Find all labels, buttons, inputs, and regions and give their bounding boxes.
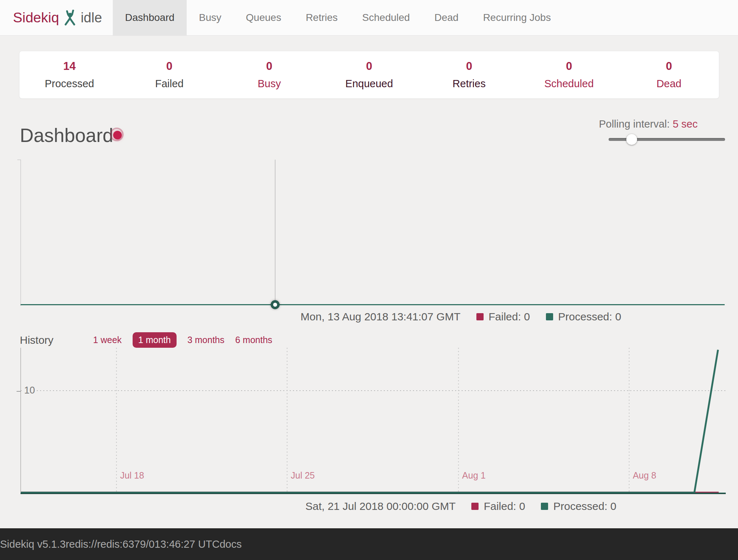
history-legend-failed: Failed: 0 bbox=[471, 500, 525, 512]
stat-enqueued[interactable]: 0 Enqueued bbox=[319, 60, 419, 90]
realtime-y-axis bbox=[21, 160, 21, 306]
stat-retries-label[interactable]: Retries bbox=[419, 78, 519, 90]
history-legend-processed: Processed: 0 bbox=[541, 500, 616, 512]
failed-swatch-icon bbox=[471, 503, 479, 510]
footer-version: Sidekiq v5.1.3 bbox=[0, 538, 66, 550]
realtime-legend-failed: Failed: 0 bbox=[476, 311, 530, 323]
history-chart[interactable]: 10 Jul 18 Jul 25 Aug 1 Aug 8 bbox=[21, 348, 726, 494]
polling-interval-text: Polling interval: bbox=[599, 118, 670, 130]
stat-dead-label[interactable]: Dead bbox=[619, 78, 719, 90]
processed-swatch-icon bbox=[546, 313, 553, 320]
realtime-legend-processed: Processed: 0 bbox=[546, 311, 621, 323]
sidekiq-ninja-icon bbox=[63, 10, 76, 26]
footer: Sidekiq v5.1.3 redis://redis:6379/0 13:4… bbox=[0, 528, 738, 560]
page-title: Dashboard bbox=[20, 124, 113, 146]
realtime-processed-line bbox=[21, 304, 725, 305]
stat-failed: 0 Failed bbox=[119, 60, 219, 90]
polling-interval-label: Polling interval: 5 sec bbox=[599, 118, 698, 130]
realtime-legend: Mon, 13 Aug 2018 13:41:07 GMT Failed: 0 … bbox=[92, 311, 738, 323]
stat-dead[interactable]: 0 Dead bbox=[619, 60, 719, 90]
range-3-months[interactable]: 3 months bbox=[187, 335, 224, 345]
stat-scheduled-value: 0 bbox=[519, 60, 619, 73]
brand-name: Sidekiq bbox=[13, 10, 59, 26]
stat-retries-value: 0 bbox=[419, 60, 519, 73]
range-1-month[interactable]: 1 month bbox=[133, 332, 177, 348]
tab-dashboard[interactable]: Dashboard bbox=[113, 0, 187, 35]
stat-processed-value: 14 bbox=[19, 60, 119, 73]
history-ytick-dash bbox=[17, 391, 21, 392]
tab-scheduled[interactable]: Scheduled bbox=[350, 0, 422, 35]
realtime-failed-text: Failed: 0 bbox=[489, 311, 530, 323]
history-xlabel-aug1: Aug 1 bbox=[462, 470, 485, 481]
footer-docs-link[interactable]: docs bbox=[219, 538, 241, 550]
range-6-months[interactable]: 6 months bbox=[235, 335, 272, 345]
tab-queues[interactable]: Queues bbox=[234, 0, 293, 35]
realtime-chart[interactable] bbox=[17, 160, 726, 306]
tab-recurring-jobs[interactable]: Recurring Jobs bbox=[471, 0, 563, 35]
stat-failed-label: Failed bbox=[119, 78, 219, 90]
history-x-axis bbox=[21, 493, 726, 494]
stat-retries[interactable]: 0 Retries bbox=[419, 60, 519, 90]
realtime-tooltip-time: Mon, 13 Aug 2018 13:41:07 GMT bbox=[301, 311, 461, 323]
polling-interval-slider[interactable] bbox=[609, 134, 725, 145]
stat-processed: 14 Processed bbox=[19, 60, 119, 90]
slider-thumb[interactable] bbox=[626, 134, 637, 145]
history-tooltip-time: Sat, 21 Jul 2018 00:00:00 GMT bbox=[305, 500, 455, 512]
history-legend: Sat, 21 Jul 2018 00:00:00 GMT Failed: 0 … bbox=[92, 500, 738, 512]
history-ytick-label: 10 bbox=[23, 385, 36, 396]
history-xlabel-jul18: Jul 18 bbox=[120, 470, 144, 481]
polling-interval-value[interactable]: 5 sec bbox=[673, 118, 698, 130]
range-1-week[interactable]: 1 week bbox=[93, 335, 121, 345]
processed-swatch-icon bbox=[541, 503, 548, 510]
footer-redis-url: redis://redis:6379/0 bbox=[66, 538, 155, 550]
sidekiq-dashboard-page: Sidekiq idle Dashboard Busy Queues bbox=[0, 0, 738, 560]
stats-summary-card: 14 Processed 0 Failed 0 Busy 0 Enqueued … bbox=[19, 51, 719, 99]
failed-swatch-icon bbox=[476, 313, 484, 320]
stat-failed-value: 0 bbox=[119, 60, 219, 73]
stat-processed-label: Processed bbox=[19, 78, 119, 90]
footer-utc-time: 13:46:27 UTC bbox=[155, 538, 220, 550]
realtime-crosshair-line bbox=[275, 160, 275, 304]
stat-enqueued-label[interactable]: Enqueued bbox=[319, 78, 419, 90]
navbar: Sidekiq idle Dashboard Busy Queues bbox=[0, 0, 738, 36]
realtime-processed-text: Processed: 0 bbox=[558, 311, 621, 323]
history-xlabel-aug8: Aug 8 bbox=[633, 470, 656, 481]
history-y-axis bbox=[21, 348, 21, 493]
nav-tabs: Dashboard Busy Queues Retries Scheduled … bbox=[113, 0, 563, 35]
stat-busy-label[interactable]: Busy bbox=[219, 78, 319, 90]
status-text: idle bbox=[81, 10, 102, 26]
history-header: History 1 week 1 month 3 months 6 months bbox=[20, 332, 272, 348]
tab-retries[interactable]: Retries bbox=[293, 0, 350, 35]
history-title: History bbox=[20, 334, 53, 346]
history-processed-text: Processed: 0 bbox=[553, 500, 616, 512]
tab-busy[interactable]: Busy bbox=[187, 0, 234, 35]
stat-busy[interactable]: 0 Busy bbox=[219, 60, 319, 90]
realtime-point-marker bbox=[271, 300, 280, 309]
history-xlabel-jul25: Jul 25 bbox=[291, 470, 315, 481]
stat-scheduled-label[interactable]: Scheduled bbox=[519, 78, 619, 90]
brand-link[interactable]: Sidekiq idle bbox=[0, 0, 113, 35]
tab-dead[interactable]: Dead bbox=[422, 0, 471, 35]
stat-scheduled[interactable]: 0 Scheduled bbox=[519, 60, 619, 90]
stat-busy-value: 0 bbox=[219, 60, 319, 73]
live-beacon-icon bbox=[109, 127, 126, 143]
stat-enqueued-value: 0 bbox=[319, 60, 419, 73]
history-failed-text: Failed: 0 bbox=[484, 500, 525, 512]
stat-dead-value: 0 bbox=[619, 60, 719, 73]
